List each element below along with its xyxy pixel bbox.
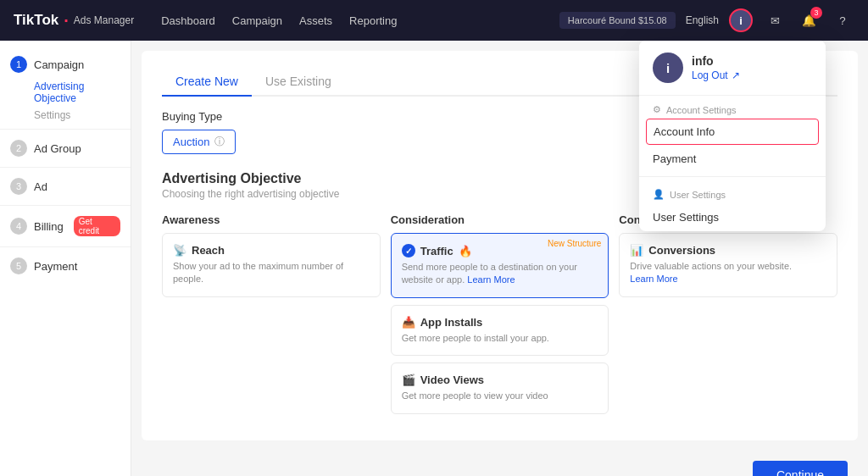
sidebar-step-adgroup[interactable]: 2 Ad Group <box>0 135 131 162</box>
help-button[interactable]: ? <box>831 8 854 32</box>
account-dropdown: i info Log Out ↗ ⚙ Account Settings Acco… <box>639 41 826 231</box>
logout-label: Log Out <box>692 69 728 81</box>
reach-title: 📡 Reach <box>173 244 370 257</box>
sidebar-divider-2 <box>0 167 131 168</box>
conversions-title: 📊 Conversions <box>630 244 826 257</box>
video-views-desc: Get more people to view your video <box>402 390 598 402</box>
notifications-badge: 3 <box>810 7 822 19</box>
step-num-4: 4 <box>10 218 27 235</box>
sidebar-adgroup-label: Ad Group <box>34 142 81 155</box>
user-icon: 👤 <box>653 189 665 200</box>
messages-button[interactable]: ✉ <box>763 8 787 32</box>
buying-type-info-icon[interactable]: ⓘ <box>214 135 225 149</box>
video-views-card[interactable]: 🎬 Video Views Get more people to view yo… <box>391 363 609 413</box>
sidebar-step-billing[interactable]: 4 Billing Get credit <box>0 211 131 241</box>
billing-badge: Get credit <box>74 216 120 236</box>
tab-use-existing[interactable]: Use Existing <box>252 68 345 97</box>
top-navigation: TikTok · Ads Manager Dashboard Campaign … <box>0 0 868 41</box>
traffic-card[interactable]: New Structure ✓ Traffic 🔥 Send more peop… <box>391 233 609 298</box>
nav-dashboard[interactable]: Dashboard <box>161 14 215 27</box>
app-installs-desc: Get more people to install your app. <box>402 332 598 345</box>
conversions-learn-more[interactable]: Learn More <box>630 274 677 284</box>
step-num-5: 5 <box>10 257 27 274</box>
app-installs-card[interactable]: 📥 App Installs Get more people to instal… <box>391 305 609 356</box>
nav-reporting[interactable]: Reporting <box>349 14 397 27</box>
traffic-check-icon: ✓ <box>402 244 415 257</box>
sidebar-settings[interactable]: Settings <box>0 107 131 124</box>
step-num-1: 1 <box>10 56 27 73</box>
nav-right: Harcouré Bound $15.08 English i ✉ 🔔 3 ? <box>559 8 854 32</box>
logout-icon: ↗ <box>732 69 740 81</box>
step-num-2: 2 <box>10 140 27 157</box>
awareness-column: Awareness 📡 Reach Show your ad to the ma… <box>162 213 381 414</box>
consideration-header: Consideration <box>391 213 609 226</box>
settings-gear-icon: ⚙ <box>653 104 661 115</box>
dropdown-divider <box>639 176 826 177</box>
nav-campaign[interactable]: Campaign <box>232 14 282 27</box>
sidebar-ad-label: Ad <box>34 180 47 193</box>
conversions-card[interactable]: 📊 Conversions Drive valuable actions on … <box>619 233 837 297</box>
reach-card[interactable]: 📡 Reach Show your ad to the maximum numb… <box>162 233 381 297</box>
buying-type-button[interactable]: Auction ⓘ <box>162 130 236 154</box>
app-installs-title: 📥 App Installs <box>402 316 598 329</box>
buying-type-value: Auction <box>173 136 209 148</box>
nav-links: Dashboard Campaign Assets Reporting <box>161 14 397 27</box>
sidebar: 1 Campaign Advertising Objective Setting… <box>0 41 131 476</box>
sidebar-divider-4 <box>0 246 131 247</box>
video-views-title: 🎬 Video Views <box>402 374 598 386</box>
sidebar-step-ad[interactable]: 3 Ad <box>0 173 131 200</box>
sidebar-advertising-objective[interactable]: Advertising Objective <box>0 78 131 107</box>
new-structure-badge: New Structure <box>548 239 601 248</box>
awareness-header: Awareness <box>162 213 381 226</box>
sidebar-divider-1 <box>0 129 131 130</box>
conversions-icon: 📊 <box>630 244 643 257</box>
reach-icon: 📡 <box>173 244 186 257</box>
payment-item[interactable]: Payment <box>639 145 826 173</box>
sidebar-payment-label: Payment <box>34 260 77 273</box>
tab-create-new[interactable]: Create New <box>162 68 252 97</box>
traffic-desc: Send more people to a destination on you… <box>402 261 598 287</box>
traffic-fire-emoji: 🔥 <box>459 245 472 257</box>
conversion-column: Conversion 📊 Conversions Drive valuable … <box>619 213 837 414</box>
sidebar-billing-label: Billing <box>34 220 64 233</box>
language-selector[interactable]: English <box>686 14 719 26</box>
app-installs-icon: 📥 <box>402 316 415 329</box>
sidebar-campaign-label: Campaign <box>34 58 84 71</box>
brand-sub: Ads Manager <box>74 14 134 26</box>
sidebar-step-campaign[interactable]: 1 Campaign <box>0 51 131 78</box>
sidebar-divider-3 <box>0 205 131 206</box>
dropdown-header: i info Log Out ↗ <box>639 41 826 96</box>
conversions-desc: Drive valuable actions on your website. … <box>630 260 826 286</box>
objective-grid: Awareness 📡 Reach Show your ad to the ma… <box>162 213 837 414</box>
user-settings-section: 👤 User Settings <box>639 180 826 203</box>
continue-button[interactable]: Continue <box>753 461 848 476</box>
account-info-item[interactable]: Account Info <box>646 119 819 145</box>
reach-desc: Show your ad to the maximum number of pe… <box>173 260 370 286</box>
avatar-button[interactable]: i <box>729 8 753 32</box>
traffic-learn-more[interactable]: Learn More <box>467 274 515 285</box>
account-balance: Harcouré Bound $15.08 <box>559 12 676 29</box>
brand-dot: · <box>64 12 69 29</box>
consideration-column: Consideration New Structure ✓ Traffic 🔥 … <box>391 213 609 414</box>
dropdown-logout[interactable]: Log Out ↗ <box>692 69 740 81</box>
video-views-icon: 🎬 <box>402 374 415 386</box>
step-num-3: 3 <box>10 178 27 195</box>
sidebar-step-payment[interactable]: 5 Payment <box>0 252 131 280</box>
dropdown-user-info: info Log Out ↗ <box>692 54 740 81</box>
nav-assets[interactable]: Assets <box>299 14 332 27</box>
account-settings-section: ⚙ Account Settings <box>639 96 826 119</box>
dropdown-avatar: i <box>653 53 683 83</box>
brand-tiktok: TikTok <box>14 12 58 29</box>
notifications-button[interactable]: 🔔 3 <box>797 8 821 32</box>
user-settings-item[interactable]: User Settings <box>639 203 826 231</box>
brand-logo: TikTok · Ads Manager <box>14 12 134 29</box>
continue-row: Continue <box>131 451 868 476</box>
dropdown-user-name: info <box>692 54 740 68</box>
